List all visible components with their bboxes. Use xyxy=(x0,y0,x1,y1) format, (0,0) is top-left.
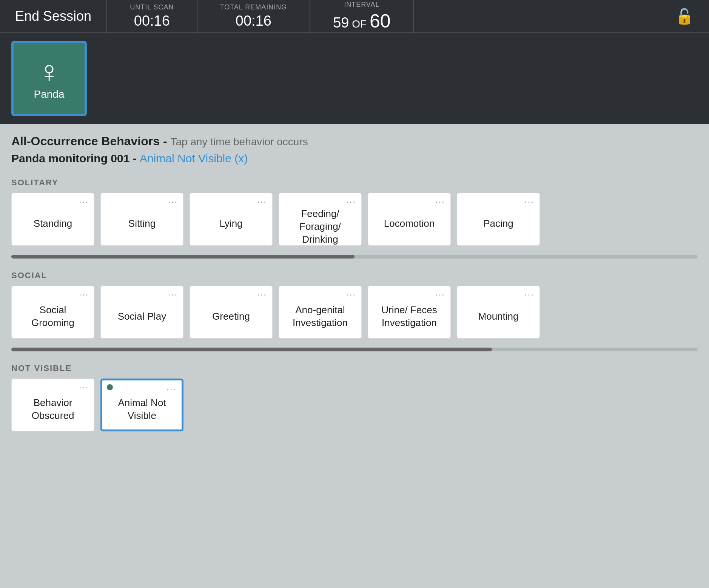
lying-menu-icon[interactable]: ··· xyxy=(195,197,267,206)
urine-feces-card[interactable]: ··· Urine/ Feces Investigation xyxy=(368,286,451,339)
pacing-label: Pacing xyxy=(462,208,534,240)
all-occurrence-subtitle: Tap any time behavior occurs xyxy=(170,136,308,148)
interval-current: 59 xyxy=(333,15,349,31)
until-scan-label: UNTIL SCAN xyxy=(130,3,174,11)
end-session-button[interactable]: End Session xyxy=(0,0,106,32)
interval-of: OF xyxy=(349,18,369,30)
interval-total: 60 xyxy=(370,11,391,32)
social-label: SOCIAL xyxy=(11,271,698,280)
mounting-menu-icon[interactable]: ··· xyxy=(462,290,534,299)
all-occurrence-separator: - xyxy=(160,134,170,148)
feeding-menu-icon[interactable]: ··· xyxy=(284,197,356,206)
urine-feces-label: Urine/ Feces Investigation xyxy=(373,300,445,333)
feeding-card[interactable]: ··· Feeding/ Foraging/ Drinking xyxy=(279,193,362,246)
locomotion-menu-icon[interactable]: ··· xyxy=(373,197,445,206)
panda-monitoring-text: Panda monitoring 001 xyxy=(11,152,129,165)
social-play-label: Social Play xyxy=(106,300,178,333)
mounting-card[interactable]: ··· Mounting xyxy=(457,286,540,339)
locomotion-label: Locomotion xyxy=(373,208,445,240)
social-play-menu-icon[interactable]: ··· xyxy=(106,290,178,299)
ano-genital-card[interactable]: ··· Ano-genital Investigation xyxy=(279,286,362,339)
greeting-card[interactable]: ··· Greeting xyxy=(190,286,273,339)
social-scrollbar xyxy=(11,348,698,351)
all-occurrence-title: All-Occurrence Behaviors - Tap any time … xyxy=(11,134,698,148)
sitting-label: Sitting xyxy=(106,208,178,240)
locomotion-card[interactable]: ··· Locomotion xyxy=(368,193,451,246)
animal-not-visible-label: Animal Not Visible xyxy=(108,395,176,424)
sitting-menu-icon[interactable]: ··· xyxy=(106,197,178,206)
animal-not-visible-link[interactable]: Animal Not Visible (x) xyxy=(140,152,248,165)
greeting-label: Greeting xyxy=(195,300,267,333)
behavior-obscured-card[interactable]: ··· Behavior Obscured xyxy=(11,379,94,431)
interval-label: INTERVAL xyxy=(344,1,379,9)
total-remaining-value: 00:16 xyxy=(236,13,271,29)
interval-value: 59 OF 60 xyxy=(333,10,390,32)
header: End Session UNTIL SCAN 00:16 TOTAL REMAI… xyxy=(0,0,709,33)
animal-not-visible-dot-icon xyxy=(107,384,113,390)
animal-section: ♀ Panda xyxy=(0,33,709,124)
social-grooming-menu-icon[interactable]: ··· xyxy=(17,290,89,299)
behaviors-section: All-Occurrence Behaviors - Tap any time … xyxy=(0,124,709,171)
behavior-obscured-menu-icon[interactable]: ··· xyxy=(17,383,89,392)
animal-card[interactable]: ♀ Panda xyxy=(11,41,87,116)
panda-monitoring-separator: - xyxy=(129,152,140,165)
solitary-scrollbar xyxy=(11,255,698,259)
solitary-label: SOLITARY xyxy=(11,178,698,188)
until-scan-stat: UNTIL SCAN 00:16 xyxy=(107,0,197,32)
until-scan-value: 00:16 xyxy=(134,13,170,29)
lying-card[interactable]: ··· Lying xyxy=(190,193,273,246)
social-play-card[interactable]: ··· Social Play xyxy=(100,286,183,339)
solitary-behavior-row: ··· Standing ··· Sitting ··· Lying ··· F… xyxy=(11,193,698,249)
not-visible-behavior-row: ··· Behavior Obscured ··· Animal Not Vis… xyxy=(11,379,698,435)
social-grooming-label: Social Grooming xyxy=(17,300,89,333)
standing-menu-icon[interactable]: ··· xyxy=(17,197,89,206)
standing-card[interactable]: ··· Standing xyxy=(11,193,94,246)
mounting-label: Mounting xyxy=(462,300,534,333)
not-visible-category: NOT VISIBLE ··· Behavior Obscured ··· An… xyxy=(0,357,709,439)
interval-stat: INTERVAL 59 OF 60 xyxy=(310,0,414,32)
social-category: SOCIAL ··· Social Grooming ··· Social Pl… xyxy=(0,264,709,346)
animal-not-visible-card[interactable]: ··· Animal Not Visible xyxy=(100,379,183,431)
ano-genital-menu-icon[interactable]: ··· xyxy=(284,290,356,299)
total-remaining-label: TOTAL REMAINING xyxy=(220,3,287,11)
solitary-scrollbar-thumb xyxy=(11,255,354,259)
pacing-card[interactable]: ··· Pacing xyxy=(457,193,540,246)
not-visible-label: NOT VISIBLE xyxy=(11,363,698,373)
all-occurrence-title-text: All-Occurrence Behaviors xyxy=(11,134,160,148)
feeding-label: Feeding/ Foraging/ Drinking xyxy=(284,208,356,246)
greeting-menu-icon[interactable]: ··· xyxy=(195,290,267,299)
behavior-obscured-label: Behavior Obscured xyxy=(17,393,89,426)
total-remaining-stat: TOTAL REMAINING 00:16 xyxy=(197,0,311,32)
urine-feces-menu-icon[interactable]: ··· xyxy=(373,290,445,299)
social-behavior-row: ··· Social Grooming ··· Social Play ··· … xyxy=(11,286,698,342)
solitary-category: SOLITARY ··· Standing ··· Sitting ··· Ly… xyxy=(0,171,709,253)
pacing-menu-icon[interactable]: ··· xyxy=(462,197,534,206)
social-grooming-card[interactable]: ··· Social Grooming xyxy=(11,286,94,339)
lock-icon[interactable]: 🔓 xyxy=(660,8,709,25)
social-scrollbar-thumb xyxy=(11,348,492,351)
animal-name: Panda xyxy=(34,88,65,100)
ano-genital-label: Ano-genital Investigation xyxy=(284,300,356,333)
standing-label: Standing xyxy=(17,208,89,240)
lying-label: Lying xyxy=(195,208,267,240)
animal-not-visible-menu-icon[interactable]: ··· xyxy=(108,384,176,393)
sitting-card[interactable]: ··· Sitting xyxy=(100,193,183,246)
animal-symbol-icon: ♀ xyxy=(38,57,60,87)
panda-monitoring-title: Panda monitoring 001 - Animal Not Visibl… xyxy=(11,152,698,165)
